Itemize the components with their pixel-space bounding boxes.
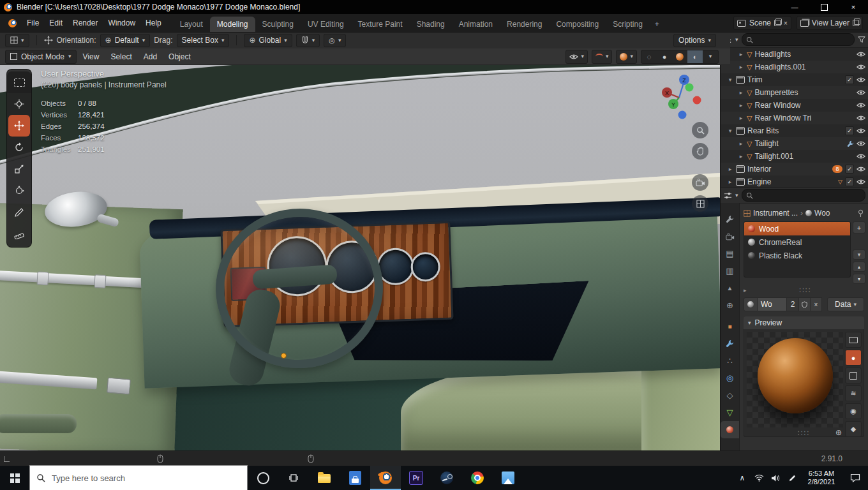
unlink-material-button[interactable]: ×: [811, 297, 822, 311]
maximize-button[interactable]: [809, 0, 839, 14]
tab-scripting[interactable]: Scripting: [606, 17, 650, 32]
outliner-row-bumperettes[interactable]: ▸ ▽ Bumperettes: [721, 86, 868, 99]
tab-rendering[interactable]: Rendering: [500, 17, 549, 32]
fake-user-button[interactable]: [799, 297, 811, 311]
zoom-button[interactable]: [692, 122, 708, 138]
taskbar-search[interactable]: [29, 465, 248, 490]
new-scene-icon[interactable]: [774, 20, 781, 26]
add-workspace-button[interactable]: +: [650, 17, 664, 32]
tab-particles[interactable]: ∴: [721, 352, 739, 369]
preview-world-button[interactable]: ⊕: [835, 428, 842, 437]
cursor-tool[interactable]: [7, 93, 31, 115]
minimize-button[interactable]: —: [780, 0, 809, 14]
properties-search-input[interactable]: [742, 189, 865, 202]
visibility-eye-icon[interactable]: [857, 77, 865, 83]
material-browse-button[interactable]: [744, 297, 758, 311]
collection-checkbox[interactable]: ✓: [845, 165, 854, 174]
shading-options-dropdown[interactable]: ▾: [703, 50, 718, 63]
pan-button[interactable]: [692, 143, 708, 160]
link-mode-dropdown[interactable]: Data ▾: [827, 297, 864, 311]
expand-icon[interactable]: ▸: [727, 179, 733, 185]
ortho-toggle-button[interactable]: [692, 195, 708, 212]
filter-funnel-icon[interactable]: [858, 36, 865, 43]
volume-button[interactable]: [767, 466, 784, 490]
resize-grip-icon[interactable]: ∷∷: [798, 429, 810, 438]
measure-tool[interactable]: [7, 223, 31, 245]
expand-icon[interactable]: ▸: [727, 166, 733, 172]
collection-checkbox[interactable]: ✓: [845, 75, 854, 84]
shading-material-button[interactable]: [672, 50, 687, 63]
blender-menu-button[interactable]: [3, 15, 22, 31]
snap-toggle[interactable]: ▾: [296, 34, 320, 47]
close-button[interactable]: ×: [839, 0, 868, 14]
shading-solid-button[interactable]: ●: [657, 50, 672, 63]
annotate-tool[interactable]: [7, 202, 31, 223]
preview-fluid-button[interactable]: ◆: [845, 421, 862, 437]
menu-view[interactable]: View: [78, 50, 105, 63]
preview-hair-button[interactable]: ≋: [845, 385, 862, 401]
navigation-gizmo[interactable]: Z X Y: [652, 72, 706, 126]
chrome-button[interactable]: [462, 466, 493, 490]
outliner-row-trim[interactable]: ▾ Trim ✓: [721, 73, 868, 86]
menu-edit[interactable]: Edit: [44, 15, 68, 31]
outliner-row-headlights[interactable]: ▸ ▽ Headlights: [721, 48, 868, 61]
move-slot-up-button[interactable]: ▴: [853, 262, 865, 272]
tab-shading[interactable]: Shading: [410, 17, 452, 32]
tab-compositing[interactable]: Compositing: [549, 17, 606, 32]
visibility-eye-icon[interactable]: [857, 115, 865, 121]
material-slot-wood[interactable]: Wood: [744, 222, 850, 235]
task-view-button[interactable]: [278, 466, 309, 490]
expand-icon[interactable]: ▸: [738, 89, 744, 96]
outliner-row-engine[interactable]: ▸ Engine ▽ ✓: [721, 175, 868, 188]
add-slot-button[interactable]: +: [853, 221, 865, 234]
taskbar-clock[interactable]: 6:53 AM 2/8/2021: [800, 470, 842, 486]
tab-animation[interactable]: Animation: [452, 17, 500, 32]
visibility-eye-icon[interactable]: [857, 89, 865, 96]
pen-settings-button[interactable]: [784, 466, 800, 490]
transform-tool[interactable]: [7, 180, 31, 202]
material-slot-chromereal[interactable]: ChromeReal: [744, 235, 850, 249]
shading-wireframe-button[interactable]: ◌: [641, 50, 657, 63]
expand-icon[interactable]: ▸: [738, 64, 744, 70]
outliner-row-tailight-001[interactable]: ▸ ▽ Tailight.001: [721, 150, 868, 163]
tab-layout[interactable]: Layout: [173, 17, 210, 32]
collection-checkbox[interactable]: ✓: [845, 177, 854, 186]
action-center-button[interactable]: [842, 466, 868, 490]
visibility-eye-icon[interactable]: [857, 128, 865, 134]
users-count-button[interactable]: 2: [787, 297, 799, 311]
select-box-tool[interactable]: [7, 71, 31, 93]
tab-physics[interactable]: ◎: [721, 369, 739, 387]
expand-icon[interactable]: ▸: [738, 115, 744, 121]
tab-sculpting[interactable]: Sculpting: [255, 17, 301, 32]
slot-specials-dropdown[interactable]: ▾: [853, 249, 865, 260]
preview-sphere-button[interactable]: ●: [845, 350, 862, 366]
unlink-scene-icon[interactable]: ×: [784, 20, 788, 27]
camera-view-button[interactable]: [692, 174, 708, 191]
menu-file[interactable]: File: [22, 15, 44, 31]
outliner-search-input[interactable]: [742, 33, 855, 46]
proportional-editing-toggle[interactable]: ◎ ▾: [324, 34, 346, 47]
visibility-eye-icon[interactable]: [857, 179, 865, 185]
tab-render[interactable]: [721, 228, 739, 245]
expand-icon[interactable]: ▸: [738, 153, 744, 160]
gizmos-dropdown[interactable]: ▾: [592, 50, 613, 64]
store-button[interactable]: [340, 466, 370, 490]
outliner-row-rear-window[interactable]: ▸ ▽ Rear Window: [721, 99, 868, 112]
network-button[interactable]: [751, 466, 767, 490]
tab-output[interactable]: ▤: [721, 245, 739, 262]
gizmo-minus-y-handle[interactable]: [685, 84, 694, 92]
premiere-button[interactable]: Pr: [401, 466, 431, 490]
start-button[interactable]: [0, 466, 29, 490]
transform-space-dropdown[interactable]: ⊕ Global ▾: [244, 34, 292, 47]
breadcrumb-material[interactable]: Woo: [814, 209, 830, 218]
outliner-row-interior[interactable]: ▸ Interior 8 ✓: [721, 163, 868, 175]
tab-modeling[interactable]: Modeling: [210, 17, 255, 32]
steam-button[interactable]: [431, 466, 462, 490]
visibility-eye-icon[interactable]: [857, 153, 865, 160]
tab-uv-editing[interactable]: UV Editing: [301, 17, 351, 32]
resize-grip-icon[interactable]: ∷∷: [747, 286, 864, 295]
options-dropdown[interactable]: Options ▾: [673, 34, 716, 47]
material-name-field[interactable]: Wo: [758, 297, 787, 311]
tab-object-data[interactable]: ▽: [721, 404, 739, 421]
scene-selector[interactable]: Scene ×: [733, 16, 791, 30]
